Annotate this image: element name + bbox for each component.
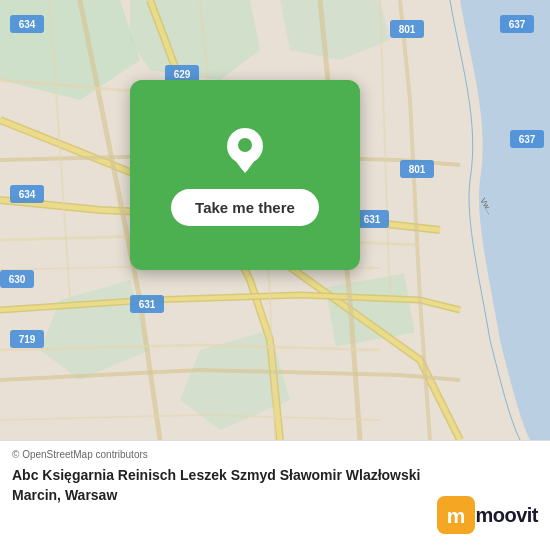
svg-text:630: 630: [9, 274, 26, 285]
bottom-panel: © OpenStreetMap contributors Abc Księgar…: [0, 440, 550, 550]
svg-text:631: 631: [364, 214, 381, 225]
svg-text:629: 629: [174, 69, 191, 80]
svg-text:634: 634: [19, 19, 36, 30]
svg-text:801: 801: [399, 24, 416, 35]
svg-text:m: m: [447, 504, 466, 527]
copyright-text: © OpenStreetMap contributors: [12, 449, 427, 460]
moovit-logo: m moovit: [437, 496, 538, 534]
svg-text:637: 637: [509, 19, 526, 30]
moovit-m-icon: m: [437, 496, 475, 534]
bottom-left-info: © OpenStreetMap contributors Abc Księgar…: [12, 449, 427, 505]
svg-text:719: 719: [19, 334, 36, 345]
moovit-text: moovit: [475, 504, 538, 527]
overlay-card: Take me there: [130, 80, 360, 270]
location-pin-icon: [219, 125, 271, 177]
map-container: 634 634 629 629 801 801 637 637 630 719 …: [0, 0, 550, 440]
svg-point-33: [238, 138, 252, 152]
svg-text:637: 637: [519, 134, 536, 145]
location-title: Abc Księgarnia Reinisch Leszek Szmyd Sła…: [12, 466, 427, 505]
svg-text:801: 801: [409, 164, 426, 175]
take-me-there-button[interactable]: Take me there: [171, 189, 319, 226]
svg-text:631: 631: [139, 299, 156, 310]
svg-text:634: 634: [19, 189, 36, 200]
